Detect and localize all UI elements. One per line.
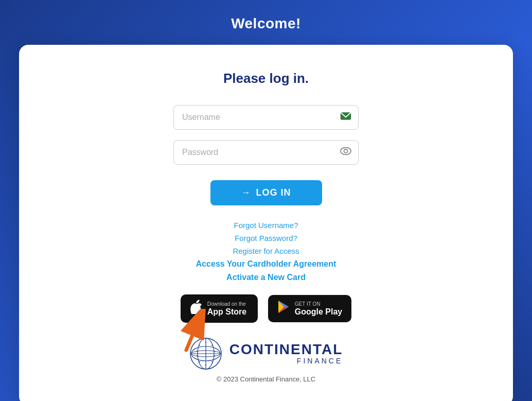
svg-point-24 xyxy=(205,364,206,365)
forgot-username-link[interactable]: Forgot Username? xyxy=(234,221,298,230)
login-button[interactable]: → LOG IN xyxy=(210,180,322,205)
google-play-top-label: GET IT ON xyxy=(295,301,342,307)
svg-point-15 xyxy=(205,342,206,343)
forgot-password-link[interactable]: Forgot Password? xyxy=(235,234,297,242)
store-buttons: Download on the App Store GET IT ON Goog… xyxy=(181,294,351,323)
continental-name-label: CONTINENTAL xyxy=(229,342,343,357)
svg-point-1 xyxy=(341,148,351,155)
cardholder-agreement-link[interactable]: Access Your Cardholder Agreement xyxy=(196,259,336,269)
password-group xyxy=(173,140,359,165)
header-title: Welcome! xyxy=(0,15,532,32)
continental-subtitle-label: FINANCE xyxy=(229,357,343,365)
globe-icon xyxy=(189,337,222,370)
svg-point-20 xyxy=(197,355,198,356)
google-play-text: GET IT ON Google Play xyxy=(295,301,342,317)
svg-point-17 xyxy=(211,345,212,346)
login-button-label: LOG IN xyxy=(256,187,291,198)
username-group xyxy=(173,105,359,130)
email-icon xyxy=(340,112,351,123)
google-play-icon xyxy=(277,300,290,317)
app-store-text: Download on the App Store xyxy=(207,301,246,317)
svg-point-2 xyxy=(344,149,348,153)
register-link[interactable]: Register for Access xyxy=(233,247,299,255)
password-input[interactable] xyxy=(173,140,359,165)
svg-point-18 xyxy=(197,351,198,352)
svg-point-22 xyxy=(199,361,200,362)
svg-point-21 xyxy=(214,355,215,356)
eye-icon xyxy=(340,147,351,158)
username-input[interactable] xyxy=(173,105,359,130)
login-card: Please log in. → LOG IN xyxy=(19,45,513,401)
continental-logo: CONTINENTAL FINANCE xyxy=(189,337,343,370)
page-header: Welcome! xyxy=(0,0,532,45)
svg-point-19 xyxy=(214,351,215,352)
login-button-wrapper: → LOG IN xyxy=(210,180,322,205)
login-title: Please log in. xyxy=(223,71,309,86)
arrow-right-icon: → xyxy=(241,187,251,198)
google-play-button[interactable]: GET IT ON Google Play xyxy=(268,295,351,322)
links-section: Forgot Username? Forgot Password? Regist… xyxy=(196,221,336,282)
footer-text: © 2023 Continental Finance, LLC xyxy=(40,370,492,385)
app-store-button[interactable]: Download on the App Store xyxy=(181,294,258,323)
svg-point-16 xyxy=(199,345,200,346)
app-store-main-label: App Store xyxy=(207,307,246,317)
apple-icon xyxy=(190,300,202,318)
app-store-top-label: Download on the xyxy=(207,301,246,307)
google-play-main-label: Google Play xyxy=(295,307,342,317)
svg-point-23 xyxy=(211,361,212,362)
continental-name-block: CONTINENTAL FINANCE xyxy=(229,342,343,365)
activate-card-link[interactable]: Activate a New Card xyxy=(226,273,306,282)
